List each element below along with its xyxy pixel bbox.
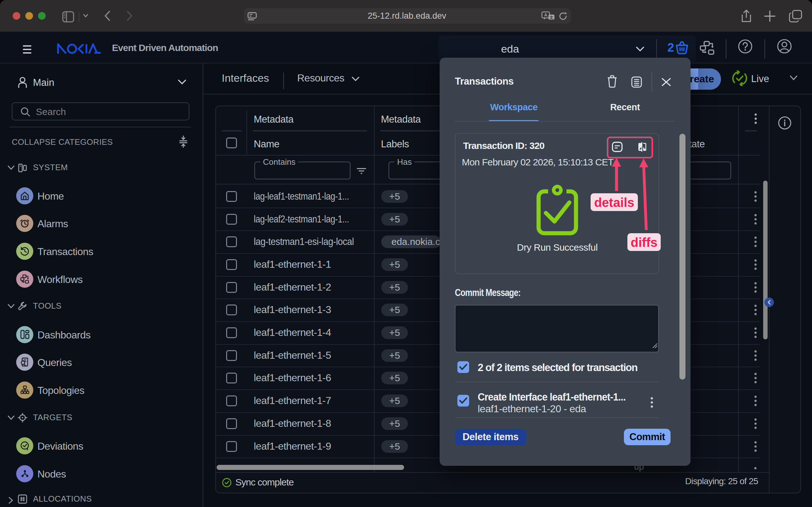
svg-text:文: 文 bbox=[549, 15, 554, 20]
svg-text:A: A bbox=[544, 12, 547, 17]
